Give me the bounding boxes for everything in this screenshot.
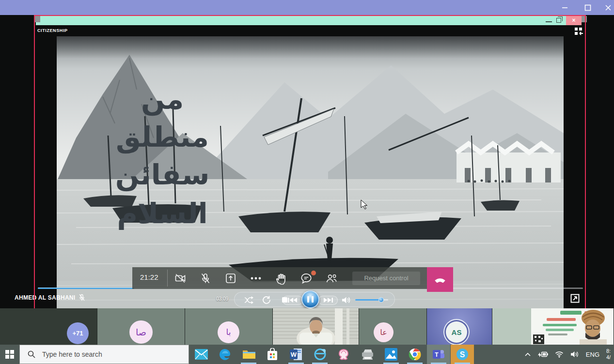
window-close-button[interactable] — [600, 0, 614, 15]
participants-button[interactable] — [319, 267, 344, 289]
chat-notification-dot — [311, 271, 316, 275]
fullscreen-button[interactable] — [570, 294, 580, 303]
hangup-button[interactable] — [427, 267, 453, 292]
media-title-label: CITIZENSHIP — [37, 28, 68, 33]
search-icon — [28, 350, 35, 358]
arabic-line-2: منطلق — [116, 121, 209, 154]
taskbar-app-edge[interactable] — [213, 345, 236, 364]
taskbar-app-photos[interactable] — [379, 345, 403, 364]
raise-hand-button[interactable] — [268, 267, 294, 289]
system-tray: ENG 8: 4/ — [521, 345, 614, 364]
grid-arrow-icon — [573, 27, 584, 37]
media-seek-progress — [38, 288, 134, 289]
printer-icon — [361, 349, 374, 360]
media-player-controls — [234, 292, 395, 307]
top-vignette — [57, 36, 564, 59]
taskbar-app-teams[interactable]: T — [427, 345, 450, 364]
volume-knob[interactable] — [378, 297, 384, 303]
taskbar-app-internet-explorer[interactable] — [308, 345, 331, 364]
internet-explorer-icon — [314, 348, 327, 361]
participant-overflow-tile[interactable]: +71 — [0, 308, 97, 345]
shared-app-minimize-button[interactable] — [546, 21, 552, 22]
share-screen-button[interactable] — [218, 267, 243, 289]
shared-app-close-button[interactable]: × — [566, 16, 582, 25]
participant-tile[interactable]: عا — [359, 308, 426, 345]
outer-window-titlebar — [0, 0, 614, 15]
chat-bubble-icon — [300, 272, 313, 285]
presenter-mic-off-icon — [78, 293, 86, 302]
participant-tile[interactable]: صا — [97, 308, 185, 345]
store-icon — [267, 348, 278, 361]
tray-clock[interactable]: 8: 4/ — [603, 345, 614, 364]
taskbar-search[interactable]: Type here to search — [19, 345, 189, 364]
pink-app-icon — [337, 348, 350, 361]
taskbar-app-file-explorer[interactable] — [237, 345, 260, 364]
shared-app-titlebar: × — [36, 16, 567, 25]
taskbar-app-chrome[interactable] — [403, 345, 426, 364]
clock-time: 8: — [606, 348, 614, 354]
participant-video-tile[interactable] — [272, 308, 359, 345]
participant-tile[interactable]: با — [185, 308, 272, 345]
avatar: AS — [446, 321, 467, 343]
gallery-layout-icon[interactable] — [573, 27, 584, 37]
pause-icon — [307, 296, 309, 303]
tray-chevron-button[interactable] — [521, 345, 534, 364]
skype-icon: S — [456, 348, 469, 361]
taskbar-app-skype[interactable]: S — [451, 345, 474, 364]
meeting-stage: × CITIZENSHIP — [0, 15, 614, 308]
previous-button[interactable] — [283, 292, 302, 307]
tray-wifi[interactable] — [551, 345, 567, 364]
volume-mute-button[interactable] — [339, 292, 354, 307]
mic-off-icon — [200, 272, 211, 285]
windows-logo-icon — [5, 350, 14, 359]
taskbar-app-mail[interactable] — [189, 345, 213, 364]
wifi-icon — [555, 351, 564, 358]
next-button[interactable] — [319, 292, 337, 307]
taskbar-app-pink[interactable] — [332, 345, 355, 364]
chat-button[interactable] — [294, 267, 319, 289]
ellipsis-icon — [250, 277, 262, 280]
file-explorer-icon — [242, 349, 255, 360]
close-icon — [605, 4, 612, 11]
mic-off-button[interactable] — [193, 267, 218, 289]
taskbar-app-printer[interactable] — [356, 345, 379, 364]
participant-strip: +71 صا با — [0, 308, 614, 345]
participant-tile-speaking[interactable]: AS — [426, 308, 492, 345]
participant-video-tile[interactable] — [492, 308, 614, 345]
window-minimize-button[interactable] — [556, 0, 573, 15]
start-button[interactable] — [0, 345, 19, 364]
people-icon — [325, 273, 338, 284]
avatar: عا — [374, 322, 394, 342]
hangup-icon — [433, 273, 447, 287]
maximize-icon — [584, 4, 591, 11]
more-options-button[interactable] — [243, 267, 268, 289]
svg-text:T: T — [435, 351, 439, 358]
shared-app-restore-button[interactable] — [556, 18, 561, 23]
taskbar-app-word[interactable]: W — [284, 345, 308, 364]
tray-language[interactable]: ENG — [583, 345, 603, 364]
volume-slider[interactable] — [355, 299, 388, 301]
camera-off-icon — [174, 273, 187, 284]
next-icon — [323, 297, 333, 303]
pause-button[interactable] — [301, 290, 319, 308]
camera-off-button[interactable] — [168, 267, 193, 289]
avatar: صا — [129, 320, 153, 344]
window-maximize-button[interactable] — [580, 0, 596, 15]
search-placeholder: Type here to search — [42, 350, 102, 358]
request-control-button[interactable]: Request control — [352, 272, 420, 285]
photos-icon — [385, 348, 397, 361]
tray-volume[interactable] — [567, 345, 583, 364]
shuffle-icon — [244, 296, 254, 304]
word-icon: W — [290, 348, 302, 361]
tray-battery[interactable] — [534, 345, 551, 364]
taskbar-app-store[interactable] — [261, 345, 284, 364]
fullscreen-icon — [570, 294, 580, 303]
shuffle-button[interactable] — [242, 292, 256, 307]
repeat-button[interactable] — [260, 292, 273, 307]
svg-text:W: W — [291, 351, 297, 358]
svg-text:S: S — [460, 350, 465, 359]
meeting-toolbar: 21:22 — [132, 267, 453, 289]
arabic-line-1: من — [141, 83, 184, 116]
screen: × CITIZENSHIP — [0, 0, 614, 364]
shared-app-corner-decoration — [582, 16, 587, 22]
